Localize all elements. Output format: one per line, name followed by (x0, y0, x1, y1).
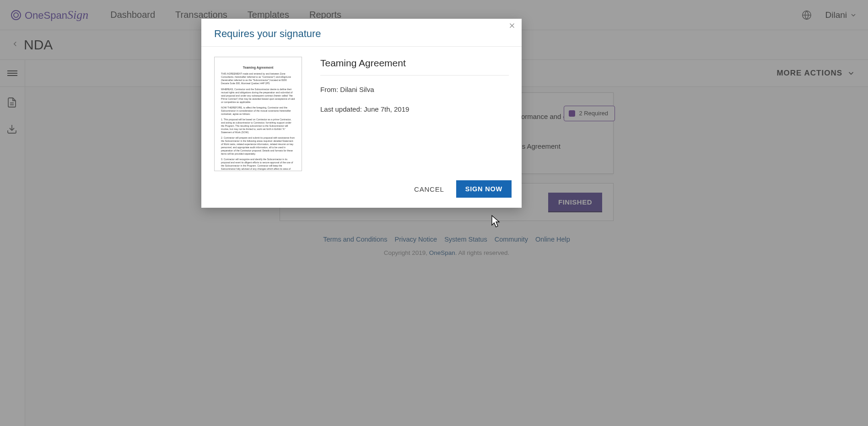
modal-doc-title: Teaming Agreement (320, 58, 509, 69)
updated-line: Last updated: June 7th, 2019 (320, 105, 509, 113)
sign-now-button[interactable]: SIGN NOW (456, 180, 512, 198)
signature-required-modal: Requires your signature Teaming Agreemen… (201, 19, 522, 208)
updated-label: Last updated: (320, 105, 364, 113)
modal-header: Requires your signature (201, 19, 522, 47)
modal-title: Requires your signature (214, 28, 509, 40)
thumb-body-text: THIS AGREEMENT made and entered by and b… (221, 72, 295, 171)
close-icon (508, 22, 516, 30)
modal-footer: CANCEL SIGN NOW (201, 176, 522, 208)
thumb-title: Teaming Agreement (221, 65, 295, 70)
modal-close-button[interactable] (508, 22, 517, 31)
updated-value: June 7th, 2019 (364, 105, 409, 113)
from-value: Dilani Silva (340, 86, 374, 93)
from-label: From: (320, 86, 340, 93)
divider (320, 75, 509, 75)
from-line: From: Dilani Silva (320, 86, 509, 93)
document-thumbnail[interactable]: Teaming Agreement THIS AGREEMENT made an… (214, 57, 302, 171)
modal-meta: Teaming Agreement From: Dilani Silva Las… (320, 57, 509, 171)
cancel-button[interactable]: CANCEL (414, 185, 444, 193)
modal-body: Teaming Agreement THIS AGREEMENT made an… (201, 47, 522, 176)
